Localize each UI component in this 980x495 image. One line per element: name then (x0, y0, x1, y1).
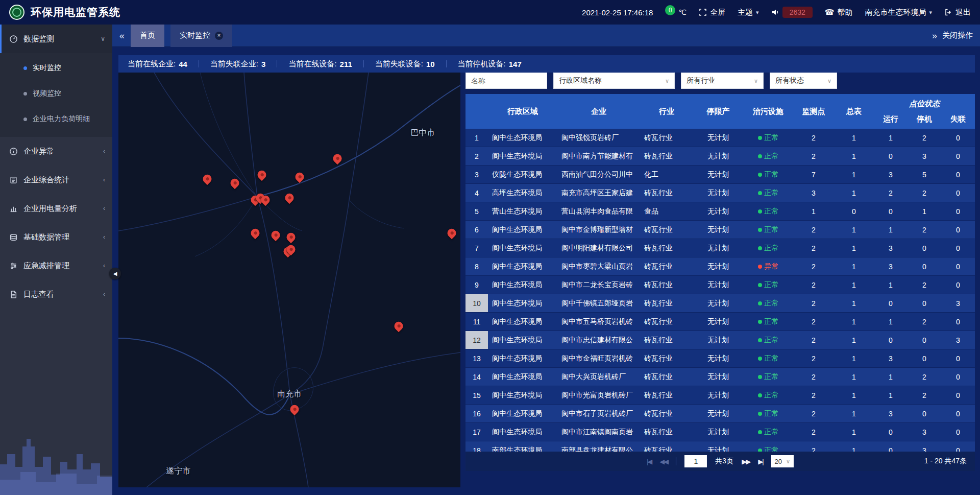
cell-stop: 0 (908, 331, 941, 349)
table-row[interactable]: 11阆中生态环境局阆中市五马桥页岩机砖砖瓦行业无计划正常21120 (465, 313, 975, 331)
cell-industry: 砖瓦行业 (640, 441, 693, 452)
sidebar-collapse-button[interactable]: ◀ (109, 268, 121, 279)
facility-status-label: 正常 (765, 336, 779, 345)
table-row[interactable]: 14阆中生态环境局阆中大兴页岩机砖厂砖瓦行业无计划正常21120 (465, 368, 975, 386)
divider (277, 60, 277, 67)
logout-button[interactable]: 退出 (944, 8, 971, 17)
table-row[interactable]: 15阆中生态环境局阆中市光富页岩机砖厂砖瓦行业无计划正常21120 (465, 386, 975, 405)
cell-region: 营山生态环境局 (488, 202, 557, 220)
cell-limit: 无计划 (693, 313, 743, 331)
scroll-tabs-right-icon[interactable]: » (932, 31, 937, 40)
sidebar-item-6[interactable]: 日志查看‹ (0, 280, 112, 309)
scroll-tabs-left-icon[interactable]: « (119, 31, 125, 40)
cell-points: 3 (793, 184, 834, 202)
industry-filter-select[interactable]: 所有行业 ∨ (681, 73, 764, 89)
cell-meter: 1 (834, 166, 874, 183)
stat-value: 147 (509, 60, 522, 68)
page-size-value: 20 (775, 458, 782, 465)
cell-facility: 正常 (743, 202, 793, 220)
cell-limit: 无计划 (693, 147, 743, 165)
name-filter-input[interactable] (465, 73, 547, 89)
help-label: 帮助 (837, 8, 852, 17)
region-filter-select[interactable]: 行政区域名称 ∨ (553, 73, 675, 89)
cell-lost: 0 (941, 184, 975, 202)
tab-close-icon[interactable]: × (215, 32, 223, 40)
sidebar-subitem-0[interactable]: 实时监控 (0, 55, 112, 81)
app-logo-icon (9, 5, 24, 20)
prev-page-button[interactable]: ◀◀ (659, 458, 668, 465)
facility-status-label: 正常 (765, 317, 779, 326)
table-row[interactable]: 4高坪生态环境局南充市高坪区王家店建砖瓦行业无计划正常31220 (465, 184, 975, 202)
org-label: 南充市生态环境局 (865, 8, 926, 17)
sidebar-subitem-2[interactable]: 企业电力负荷明细 (0, 106, 112, 132)
facility-status-label: 正常 (765, 188, 779, 198)
table-row[interactable]: 1阆中生态环境局阆中强锐页岩砖厂砖瓦行业无计划正常21120 (465, 129, 975, 147)
bullet-dot-icon (23, 66, 27, 70)
sidebar-subitem-1[interactable]: 视频监控 (0, 81, 112, 106)
page-number-input[interactable] (684, 455, 707, 467)
table-row[interactable]: 13阆中生态环境局阆中市金福旺页岩机砖砖瓦行业无计划正常21300 (465, 349, 975, 368)
cell-company: 阆中市枣碧大梁山页岩 (557, 257, 640, 275)
table-row[interactable]: 7阆中生态环境局阆中明阳建材有限公司砖瓦行业无计划正常21300 (465, 239, 975, 257)
sidebar-item-2[interactable]: 企业综合统计‹ (0, 166, 112, 194)
status-filter-select[interactable]: 所有状态 ∨ (770, 73, 837, 89)
table-row[interactable]: 17阆中生态环境局阆中市江南镇阆南页岩砖瓦行业无计划正常21030 (465, 423, 975, 441)
cell-region: 南部生态环境局 (488, 441, 557, 452)
table-row[interactable]: 16阆中生态环境局阆中市石子页岩机砖厂砖瓦行业无计划正常21300 (465, 405, 975, 423)
close-operations-button[interactable]: 关闭操作 (942, 31, 973, 40)
cell-meter: 1 (834, 276, 874, 294)
document-icon (9, 290, 18, 299)
page-size-select[interactable]: 20 ∨ (771, 455, 794, 467)
fullscreen-button[interactable]: 全屏 (699, 8, 725, 17)
cell-stop: 2 (908, 276, 941, 294)
table-row[interactable]: 6阆中生态环境局阆中市金博瑞新型墙材砖瓦行业无计划正常21120 (465, 221, 975, 239)
cell-company: 阆中市忠信建材有限公 (557, 331, 640, 349)
tab-label: 首页 (140, 31, 155, 40)
table-row[interactable]: 3仪陇生态环境局西南油气田分公司川中化工无计划正常71350 (465, 166, 975, 184)
cell-industry: 砖瓦行业 (640, 423, 693, 441)
cell-limit: 无计划 (693, 386, 743, 404)
table-row[interactable]: 9阆中生态环境局阆中市二龙长宝页岩砖砖瓦行业无计划正常21120 (465, 276, 975, 294)
facility-status-label: 正常 (765, 170, 779, 179)
theme-dropdown[interactable]: 主题 ▾ (738, 8, 759, 17)
sidebar-item-0[interactable]: 数据监测∨ (0, 25, 112, 53)
help-button[interactable]: ☎ 帮助 (825, 8, 853, 17)
sidebar-item-label: 日志查看 (23, 290, 97, 299)
cell-lost: 0 (941, 166, 975, 183)
cell-industry: 砖瓦行业 (640, 405, 693, 422)
table-row[interactable]: 2阆中生态环境局阆中市南方节能建材有砖瓦行业无计划正常21030 (465, 147, 975, 166)
map-panel[interactable]: 巴中市南充市遂宁市 (118, 73, 460, 487)
sidebar-item-3[interactable]: 企业用电量分析‹ (0, 194, 112, 223)
alarm-button[interactable]: 2632 (771, 7, 813, 18)
facility-status-label: 正常 (765, 391, 779, 400)
tab-home[interactable]: 首页 (131, 25, 164, 47)
row-index-cell: 10 (465, 294, 488, 312)
sidebar-item-4[interactable]: 基础数据管理‹ (0, 223, 112, 251)
sidebar-item-5[interactable]: 应急减排管理‹ (0, 251, 112, 280)
status-dot-icon (758, 191, 762, 195)
pagination-controls: |◀ ◀◀ 共3页 ▶▶ ▶| 20 ∨ (647, 455, 794, 467)
tab-realtime-monitor[interactable]: 实时监控 × (170, 25, 232, 47)
next-page-button[interactable]: ▶▶ (742, 458, 750, 465)
table-row[interactable]: 10阆中生态环境局阆中千佛镇五郎垭页岩砖瓦行业无计划正常21003 (465, 294, 975, 313)
divider (676, 457, 676, 465)
cell-points: 2 (793, 147, 834, 165)
right-panel: 行政区域名称 ∨ 所有行业 ∨ 所有状态 ∨ (465, 73, 975, 471)
cell-region: 阆中生态环境局 (488, 147, 557, 165)
table-row[interactable]: 5营山生态环境局营山县润丰肉食品有限食品无计划正常10010 (465, 202, 975, 221)
last-page-button[interactable]: ▶| (758, 458, 763, 465)
cell-limit: 无计划 (693, 405, 743, 422)
row-index-cell: 12 (465, 331, 488, 349)
table-row[interactable]: 8阆中生态环境局阆中市枣碧大梁山页岩砖瓦行业无计划异常21300 (465, 257, 975, 276)
table-row[interactable]: 12阆中生态环境局阆中市忠信建材有限公砖瓦行业无计划正常21003 (465, 331, 975, 349)
sidebar-item-1[interactable]: 企业异常‹ (0, 137, 112, 166)
status-dot-icon (758, 357, 762, 361)
first-page-button[interactable]: |◀ (647, 458, 651, 465)
app-root: 环保用电监管系统 2021-02-25 17:46:18 0 ℃ 全屏 主题 ▾… (0, 0, 980, 495)
cell-region: 阆中生态环境局 (488, 386, 557, 404)
top-header: 环保用电监管系统 2021-02-25 17:46:18 0 ℃ 全屏 主题 ▾… (0, 0, 980, 25)
org-dropdown[interactable]: 南充市生态环境局 ▾ (865, 8, 932, 17)
point-status-subheaders: 运行 停机 失联 (874, 114, 975, 124)
main-area: « 首页 实时监控 × » 关闭操作 当前在线企业:44当前失联企业:3当前在线… (112, 25, 980, 495)
table-row[interactable]: 18南部生态环境局南部县盘龙建材有限公砖瓦行业无计划正常21030 (465, 441, 975, 452)
